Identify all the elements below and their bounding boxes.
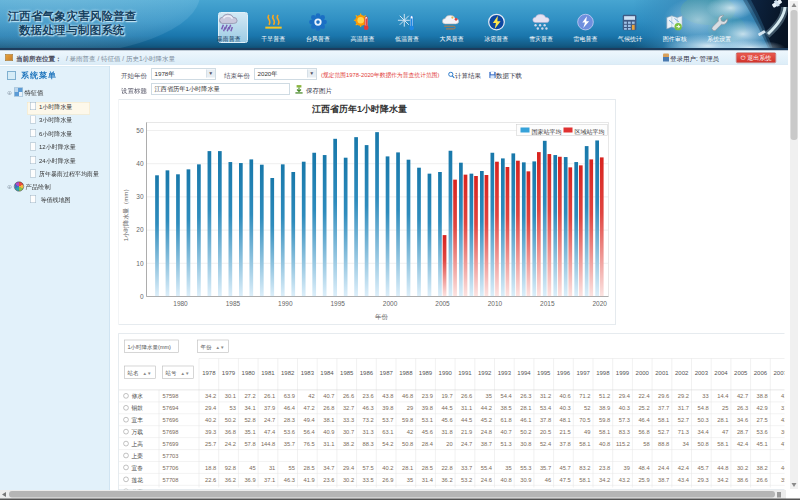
svg-text:40.6: 40.6 bbox=[560, 393, 571, 399]
svg-text:34.6: 34.6 bbox=[737, 417, 748, 423]
svg-text:63.1: 63.1 bbox=[382, 429, 393, 435]
svg-text:1989: 1989 bbox=[419, 370, 433, 376]
svg-text:45.6: 45.6 bbox=[441, 417, 452, 423]
svg-text:36: 36 bbox=[781, 429, 784, 435]
svg-text:34.4: 34.4 bbox=[697, 429, 709, 435]
svg-text:22.4: 22.4 bbox=[638, 393, 650, 399]
svg-text:45.6: 45.6 bbox=[422, 429, 433, 435]
svg-text:24.7: 24.7 bbox=[264, 417, 275, 423]
svg-text:1987: 1987 bbox=[379, 370, 393, 376]
svg-text:1996: 1996 bbox=[557, 370, 571, 376]
svg-text:41.9: 41.9 bbox=[303, 477, 314, 483]
svg-text:▲▼: ▲▼ bbox=[181, 371, 190, 376]
svg-text:0: 0 bbox=[140, 293, 144, 300]
svg-text:35.7: 35.7 bbox=[284, 441, 295, 447]
svg-text:40: 40 bbox=[136, 160, 144, 167]
svg-text:31.3: 31.3 bbox=[363, 429, 374, 435]
svg-text:31.1: 31.1 bbox=[461, 405, 472, 411]
svg-text:34.2: 34.2 bbox=[599, 477, 610, 483]
svg-text:站名: 站名 bbox=[127, 370, 139, 376]
svg-text:30.2: 30.2 bbox=[343, 477, 354, 483]
svg-text:53.2: 53.2 bbox=[461, 477, 472, 483]
svg-text:29.2: 29.2 bbox=[678, 393, 689, 399]
svg-text:1980: 1980 bbox=[242, 370, 256, 376]
svg-text:38.2: 38.2 bbox=[757, 465, 768, 471]
svg-text:88.3: 88.3 bbox=[363, 441, 374, 447]
svg-text:1983: 1983 bbox=[301, 370, 315, 376]
svg-text:34.2: 34.2 bbox=[205, 393, 216, 399]
svg-text:42.7: 42.7 bbox=[737, 393, 748, 399]
svg-text:53.7: 53.7 bbox=[382, 417, 393, 423]
svg-text:28.1: 28.1 bbox=[520, 405, 531, 411]
svg-text:2002: 2002 bbox=[675, 370, 689, 376]
svg-text:46: 46 bbox=[545, 477, 551, 483]
svg-text:30.2: 30.2 bbox=[737, 465, 748, 471]
svg-text:43.8: 43.8 bbox=[382, 393, 393, 399]
svg-text:36.8: 36.8 bbox=[225, 429, 236, 435]
svg-text:26.9: 26.9 bbox=[382, 477, 393, 483]
svg-text:42.4: 42.4 bbox=[678, 465, 690, 471]
svg-text:28.5: 28.5 bbox=[422, 465, 433, 471]
svg-text:1984: 1984 bbox=[320, 370, 334, 376]
svg-text:30: 30 bbox=[136, 193, 144, 200]
svg-text:1981: 1981 bbox=[261, 370, 275, 376]
svg-text:37.8: 37.8 bbox=[540, 417, 551, 423]
svg-text:52.4: 52.4 bbox=[540, 441, 552, 447]
svg-text:1982: 1982 bbox=[281, 370, 295, 376]
svg-text:19.7: 19.7 bbox=[441, 393, 452, 399]
svg-text:21.9: 21.9 bbox=[461, 429, 472, 435]
svg-text:38.6: 38.6 bbox=[737, 477, 748, 483]
svg-text:57708: 57708 bbox=[163, 477, 179, 483]
svg-text:58.1: 58.1 bbox=[579, 477, 590, 483]
svg-text:2006: 2006 bbox=[754, 370, 768, 376]
svg-text:53.4: 53.4 bbox=[540, 405, 552, 411]
svg-text:46.1: 46.1 bbox=[520, 417, 531, 423]
svg-text:1999: 1999 bbox=[616, 370, 630, 376]
svg-text:35: 35 bbox=[486, 393, 492, 399]
svg-text:57.8: 57.8 bbox=[244, 441, 255, 447]
svg-text:40.3: 40.3 bbox=[560, 405, 571, 411]
svg-text:144.8: 144.8 bbox=[261, 441, 275, 447]
svg-text:61.8: 61.8 bbox=[500, 417, 511, 423]
svg-text:35: 35 bbox=[505, 465, 511, 471]
svg-text:53.6: 53.6 bbox=[757, 429, 768, 435]
svg-text:46.4: 46.4 bbox=[284, 405, 296, 411]
svg-text:2001: 2001 bbox=[655, 370, 669, 376]
svg-text:71.3: 71.3 bbox=[678, 429, 689, 435]
svg-text:56.8: 56.8 bbox=[638, 429, 649, 435]
svg-text:18.8: 18.8 bbox=[205, 465, 216, 471]
svg-text:45.1: 45.1 bbox=[757, 441, 768, 447]
svg-text:1997: 1997 bbox=[576, 370, 590, 376]
svg-text:24.8: 24.8 bbox=[481, 429, 492, 435]
svg-text:23.6: 23.6 bbox=[323, 477, 334, 483]
svg-text:49: 49 bbox=[584, 429, 590, 435]
svg-text:26.8: 26.8 bbox=[323, 405, 334, 411]
svg-text:30.8: 30.8 bbox=[520, 441, 531, 447]
svg-text:59.8: 59.8 bbox=[599, 417, 610, 423]
svg-text:40.8: 40.8 bbox=[500, 477, 511, 483]
svg-text:50.8: 50.8 bbox=[402, 441, 413, 447]
svg-text:31: 31 bbox=[269, 465, 275, 471]
svg-text:28.1: 28.1 bbox=[717, 417, 728, 423]
svg-text:58: 58 bbox=[643, 441, 649, 447]
svg-text:1979: 1979 bbox=[222, 370, 236, 376]
svg-text:83.2: 83.2 bbox=[579, 465, 590, 471]
svg-text:55: 55 bbox=[289, 465, 295, 471]
svg-text:1985: 1985 bbox=[340, 370, 354, 376]
svg-text:45.7: 45.7 bbox=[697, 465, 708, 471]
svg-text:46.4: 46.4 bbox=[638, 417, 650, 423]
svg-text:20: 20 bbox=[446, 441, 452, 447]
svg-text:88.8: 88.8 bbox=[658, 441, 669, 447]
svg-text:42.9: 42.9 bbox=[757, 405, 768, 411]
svg-text:41: 41 bbox=[781, 393, 784, 399]
svg-text:47: 47 bbox=[722, 429, 728, 435]
svg-text:46.8: 46.8 bbox=[402, 393, 413, 399]
svg-text:40.7: 40.7 bbox=[500, 429, 511, 435]
svg-text:23.8: 23.8 bbox=[599, 465, 610, 471]
svg-text:24.7: 24.7 bbox=[461, 441, 472, 447]
svg-text:38.2: 38.2 bbox=[343, 441, 354, 447]
svg-text:63.9: 63.9 bbox=[284, 393, 295, 399]
svg-text:1998: 1998 bbox=[596, 370, 610, 376]
svg-text:50.3: 50.3 bbox=[697, 417, 708, 423]
svg-text:34.7: 34.7 bbox=[323, 465, 334, 471]
